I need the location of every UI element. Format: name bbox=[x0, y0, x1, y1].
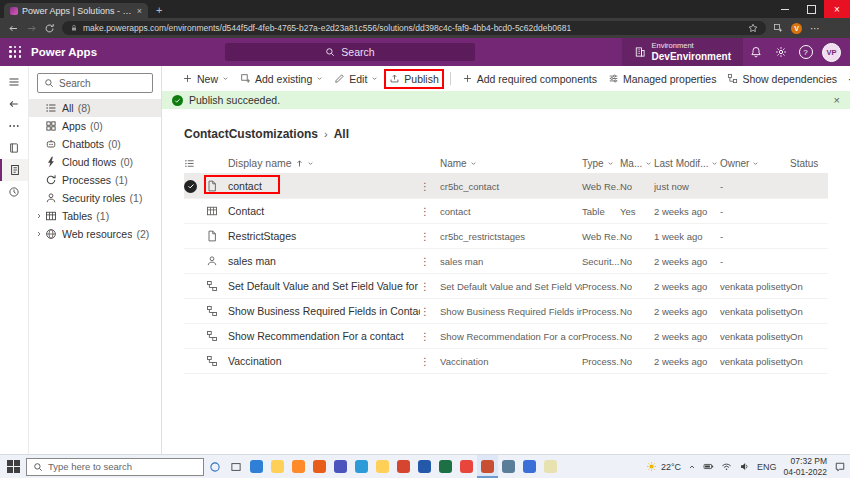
action-center-icon[interactable] bbox=[834, 461, 846, 473]
table-row[interactable]: Show Business Required Fields in Contact… bbox=[184, 299, 828, 324]
cell-display-name[interactable]: Contact bbox=[228, 205, 420, 217]
table-row[interactable]: Vaccination ⋮ Vaccination Process... No … bbox=[184, 349, 828, 374]
environment-picker[interactable]: Environment DevEnvironment bbox=[622, 38, 743, 66]
taskbar-app-icon[interactable] bbox=[435, 455, 456, 478]
cell-display-name[interactable]: RestrictStages bbox=[228, 230, 420, 242]
back-icon[interactable] bbox=[8, 23, 19, 34]
taskbar-app-icon[interactable] bbox=[456, 455, 477, 478]
chevron-right-icon[interactable] bbox=[35, 212, 43, 220]
taskbar-app-icon[interactable] bbox=[393, 455, 414, 478]
taskbar-app-icon[interactable] bbox=[330, 455, 351, 478]
browser-tab[interactable]: Power Apps | Solutions - Contact × bbox=[4, 3, 148, 18]
close-button[interactable]: × bbox=[824, 0, 850, 18]
publish-button[interactable]: Publish bbox=[389, 73, 438, 85]
row-commands-button[interactable]: ⋮ bbox=[420, 206, 440, 217]
col-modified[interactable]: Last Modif... bbox=[654, 158, 720, 169]
taskbar-app-icon[interactable] bbox=[540, 455, 561, 478]
waffle-menu-icon[interactable] bbox=[9, 46, 22, 59]
cell-display-name[interactable]: Show Business Required Fields in Contact… bbox=[228, 305, 420, 317]
refresh-icon[interactable] bbox=[44, 23, 55, 34]
col-status[interactable]: Status bbox=[790, 158, 830, 169]
cell-display-name[interactable]: Show Recommendation For a contact bbox=[228, 330, 420, 342]
app-title[interactable]: Power Apps bbox=[31, 46, 97, 58]
row-commands-button[interactable]: ⋮ bbox=[420, 231, 440, 242]
sidebar-item-cloud-flows[interactable]: Cloud flows (0) bbox=[29, 153, 161, 171]
sidebar-item-processes[interactable]: Processes (1) bbox=[29, 171, 161, 189]
nav-search-input[interactable]: Search bbox=[37, 73, 153, 93]
taskbar-search-input[interactable]: Type here to search bbox=[26, 458, 204, 476]
row-commands-button[interactable]: ⋮ bbox=[420, 256, 440, 267]
cell-display-name[interactable]: Set Default Value and Set Field Value fo… bbox=[228, 280, 420, 292]
global-search-input[interactable]: Search bbox=[225, 43, 475, 61]
col-display-name[interactable]: Display name bbox=[228, 157, 420, 169]
add-required-components-button[interactable]: Add required components bbox=[462, 73, 597, 85]
task-view-button[interactable] bbox=[225, 461, 246, 473]
row-selected-checkbox[interactable] bbox=[184, 180, 197, 193]
favorite-star-icon[interactable] bbox=[748, 23, 758, 33]
taskbar-app-icon[interactable] bbox=[267, 455, 288, 478]
row-commands-button[interactable]: ⋮ bbox=[420, 356, 440, 367]
taskbar-app-icon-active[interactable] bbox=[477, 455, 498, 478]
table-row[interactable]: Contact ⋮ contact Table Yes 2 weeks ago … bbox=[184, 199, 828, 224]
taskbar-app-icon[interactable] bbox=[414, 455, 435, 478]
rail-history-button[interactable] bbox=[0, 181, 28, 203]
taskbar-app-icon[interactable] bbox=[351, 455, 372, 478]
cell-display-name[interactable]: Vaccination bbox=[228, 355, 420, 367]
collections-icon[interactable] bbox=[773, 23, 783, 33]
show-dependencies-button[interactable]: Show dependencies bbox=[727, 73, 837, 85]
managed-properties-button[interactable]: Managed properties bbox=[608, 73, 716, 85]
col-type[interactable]: Type bbox=[582, 158, 620, 169]
add-existing-button[interactable]: Add existing bbox=[240, 73, 323, 85]
col-managed[interactable]: Ma... bbox=[620, 158, 654, 169]
sidebar-item-tables[interactable]: Tables (1) bbox=[29, 207, 161, 225]
cortana-button[interactable] bbox=[204, 461, 225, 473]
breadcrumb-solution-link[interactable]: ContactCustomizations bbox=[184, 127, 318, 141]
row-commands-button[interactable]: ⋮ bbox=[420, 306, 440, 317]
back-nav-button[interactable] bbox=[0, 93, 28, 115]
col-owner[interactable]: Owner bbox=[720, 158, 790, 169]
battery-icon[interactable] bbox=[703, 461, 714, 472]
speaker-icon[interactable] bbox=[739, 461, 750, 472]
table-row[interactable]: Show Recommendation For a contact ⋮ Show… bbox=[184, 324, 828, 349]
collapse-nav-button[interactable] bbox=[0, 71, 28, 93]
edit-button[interactable]: Edit bbox=[334, 73, 378, 85]
browser-profile-avatar[interactable]: V bbox=[791, 23, 802, 34]
taskbar-clock[interactable]: 07:32 PM 04-01-2022 bbox=[784, 456, 827, 476]
minimize-button[interactable] bbox=[772, 0, 798, 18]
table-row[interactable]: contact ⋮ cr5bc_contact Web Re... No jus… bbox=[184, 174, 828, 199]
tab-close-icon[interactable]: × bbox=[137, 6, 142, 16]
language-indicator[interactable]: ENG bbox=[757, 462, 777, 472]
sidebar-item-all[interactable]: All (8) bbox=[29, 99, 161, 117]
taskbar-app-icon[interactable] bbox=[246, 455, 267, 478]
new-button[interactable]: New bbox=[182, 73, 229, 85]
taskbar-app-icon[interactable] bbox=[498, 455, 519, 478]
col-name[interactable]: Name bbox=[440, 158, 582, 169]
taskbar-app-icon[interactable] bbox=[309, 455, 330, 478]
settings-button[interactable] bbox=[768, 38, 793, 66]
row-commands-button[interactable]: ⋮ bbox=[420, 281, 440, 292]
row-commands-button[interactable]: ⋮ bbox=[420, 181, 440, 192]
sidebar-item-web-resources[interactable]: Web resources (2) bbox=[29, 225, 161, 243]
notifications-button[interactable] bbox=[743, 38, 768, 66]
cell-display-name[interactable]: contact bbox=[228, 180, 420, 192]
new-tab-button[interactable]: + bbox=[156, 4, 162, 16]
user-avatar[interactable]: VP bbox=[822, 43, 841, 62]
table-row[interactable]: Set Default Value and Set Field Value fo… bbox=[184, 274, 828, 299]
taskbar-app-icon[interactable] bbox=[519, 455, 540, 478]
chevron-right-icon[interactable] bbox=[35, 230, 43, 238]
more-rail-button[interactable] bbox=[0, 115, 28, 137]
taskbar-app-icon[interactable] bbox=[372, 455, 393, 478]
maximize-button[interactable] bbox=[798, 0, 824, 18]
url-field[interactable]: make.powerapps.com/environments/d544f5df… bbox=[62, 21, 766, 35]
forward-icon[interactable] bbox=[26, 23, 37, 34]
rail-learn-button[interactable] bbox=[0, 137, 28, 159]
rail-solutions-button[interactable] bbox=[0, 159, 28, 181]
sidebar-item-security-roles[interactable]: Security roles (1) bbox=[29, 189, 161, 207]
weather-widget[interactable]: 22°C bbox=[646, 461, 681, 472]
table-row[interactable]: RestrictStages ⋮ cr5bc_restrictstages We… bbox=[184, 224, 828, 249]
select-all-header[interactable] bbox=[184, 158, 206, 169]
start-button[interactable] bbox=[0, 460, 26, 473]
sidebar-item-apps[interactable]: Apps (0) bbox=[29, 117, 161, 135]
hidden-icons-chevron[interactable] bbox=[688, 463, 696, 471]
banner-close-icon[interactable]: × bbox=[834, 94, 840, 106]
